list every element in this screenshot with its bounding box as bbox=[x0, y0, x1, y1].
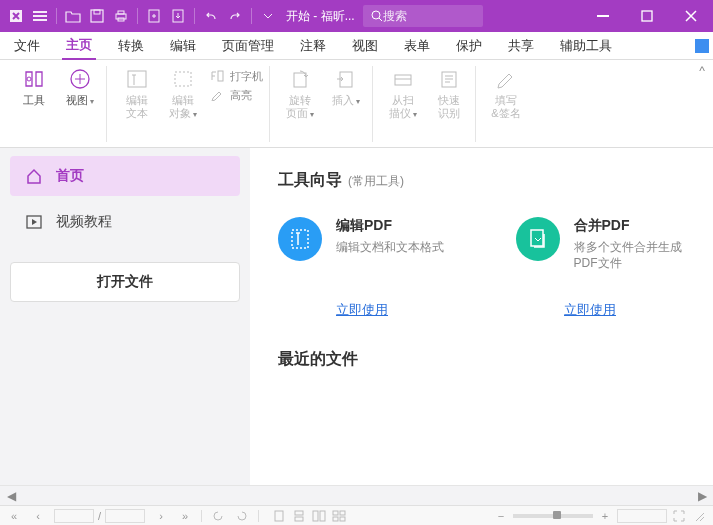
menu-home[interactable]: 主页 bbox=[62, 32, 96, 60]
open-icon[interactable] bbox=[63, 6, 83, 26]
maximize-button[interactable] bbox=[625, 0, 669, 32]
view-label: 视图 bbox=[66, 94, 94, 108]
menubar: 文件 主页 转换 编辑 页面管理 注释 视图 表单 保护 共享 辅助工具 bbox=[0, 32, 713, 60]
search-icon bbox=[371, 10, 383, 22]
edit-object-button[interactable]: 编辑 对象 bbox=[163, 66, 203, 121]
svg-rect-21 bbox=[395, 75, 411, 85]
svg-rect-34 bbox=[340, 517, 345, 521]
fullscreen-icon[interactable] bbox=[671, 508, 687, 524]
insert-button[interactable]: 插入 bbox=[326, 66, 366, 108]
rotate-page-button[interactable]: 旋转 页面 bbox=[280, 66, 320, 121]
close-button[interactable] bbox=[669, 0, 713, 32]
nav-last-icon[interactable]: » bbox=[177, 508, 193, 524]
open-file-button[interactable]: 打开文件 bbox=[10, 262, 240, 302]
search-input[interactable] bbox=[383, 9, 463, 23]
horizontal-scrollbar[interactable]: ◀ ▶ bbox=[0, 485, 713, 505]
zoom-in-icon[interactable]: + bbox=[597, 508, 613, 524]
minimize-button[interactable] bbox=[581, 0, 625, 32]
menu-accessibility[interactable]: 辅助工具 bbox=[556, 33, 616, 59]
tools-button[interactable]: 工具 bbox=[14, 66, 54, 107]
view-single-icon[interactable] bbox=[271, 508, 287, 524]
ribbon-group-edit: 编辑 文本 编辑 对象 打字机 高亮 bbox=[111, 66, 270, 142]
svg-rect-25 bbox=[531, 230, 543, 246]
menu-comment[interactable]: 注释 bbox=[296, 33, 330, 59]
menu-pageorg[interactable]: 页面管理 bbox=[218, 33, 278, 59]
ribbon-small-tools: 打字机 高亮 bbox=[209, 66, 263, 103]
svg-rect-26 bbox=[275, 511, 283, 521]
card-merge-title: 合并PDF bbox=[574, 217, 694, 235]
tools-label: 工具 bbox=[23, 94, 45, 107]
doc-add-icon[interactable] bbox=[144, 6, 164, 26]
sidebar-home-label: 首页 bbox=[56, 167, 84, 185]
recent-files-title: 最近的文件 bbox=[278, 349, 693, 370]
sidebar-item-home[interactable]: 首页 bbox=[10, 156, 240, 196]
menu-share[interactable]: 共享 bbox=[504, 33, 538, 59]
fill-sign-button[interactable]: 填写 &签名 bbox=[486, 66, 526, 120]
svg-point-14 bbox=[27, 77, 31, 81]
separator bbox=[137, 8, 138, 24]
view-facing-icon[interactable] bbox=[311, 508, 327, 524]
edit-text-label: 编辑 文本 bbox=[126, 94, 148, 120]
ribbon-group-page: 旋转 页面 插入 bbox=[274, 66, 373, 142]
view-modes bbox=[271, 508, 347, 524]
wizard-subtitle: (常用工具) bbox=[348, 173, 404, 190]
menu-more-icon[interactable] bbox=[695, 39, 709, 53]
edit-text-button[interactable]: 编辑 文本 bbox=[117, 66, 157, 120]
svg-rect-4 bbox=[91, 10, 103, 22]
merge-pdf-icon bbox=[516, 217, 560, 261]
app-logo-icon bbox=[6, 6, 26, 26]
sidebar-item-video[interactable]: 视频教程 bbox=[10, 202, 240, 242]
svg-rect-27 bbox=[295, 511, 303, 515]
menu-protect[interactable]: 保护 bbox=[452, 33, 486, 59]
ribbon-collapse-icon[interactable]: ^ bbox=[695, 64, 709, 78]
zoom-input[interactable] bbox=[617, 509, 667, 523]
ribbon-group-sign: 填写 &签名 bbox=[480, 66, 532, 142]
ribbon: ^ 工具 视图 编辑 文本 编辑 对象 打字机 高亮 旋转 页面 bbox=[0, 60, 713, 148]
redo-icon[interactable] bbox=[225, 6, 245, 26]
page-input[interactable] bbox=[54, 509, 94, 523]
resize-grip-icon[interactable] bbox=[691, 508, 707, 524]
print-icon[interactable] bbox=[111, 6, 131, 26]
menu-form[interactable]: 表单 bbox=[400, 33, 434, 59]
dropdown-icon[interactable] bbox=[258, 6, 278, 26]
window-title: 开始 - 福昕... bbox=[286, 8, 355, 25]
typewriter-button[interactable]: 打字机 bbox=[209, 68, 263, 84]
save-icon[interactable] bbox=[87, 6, 107, 26]
doc-export-icon[interactable] bbox=[168, 6, 188, 26]
zoom-out-icon[interactable]: − bbox=[493, 508, 509, 524]
use-now-link-merge[interactable]: 立即使用 bbox=[564, 301, 616, 319]
rotate-left-icon[interactable] bbox=[210, 508, 226, 524]
undo-icon[interactable] bbox=[201, 6, 221, 26]
menu-edit[interactable]: 编辑 bbox=[166, 33, 200, 59]
view-facing-cont-icon[interactable] bbox=[331, 508, 347, 524]
nav-prev-icon[interactable]: ‹ bbox=[30, 508, 46, 524]
home-icon bbox=[24, 166, 44, 186]
menu-icon[interactable] bbox=[30, 6, 50, 26]
rotate-page-label: 旋转 页面 bbox=[286, 94, 314, 121]
scroll-left-icon[interactable]: ◀ bbox=[4, 489, 18, 503]
rotate-right-icon[interactable] bbox=[234, 508, 250, 524]
card-merge-pdf[interactable]: 合并PDF 将多个文件合并生成PDF文件 bbox=[516, 217, 694, 271]
menu-view[interactable]: 视图 bbox=[348, 33, 382, 59]
open-file-label: 打开文件 bbox=[97, 273, 153, 291]
card-edit-desc: 编辑文档和文本格式 bbox=[336, 239, 444, 255]
menu-convert[interactable]: 转换 bbox=[114, 33, 148, 59]
nav-first-icon[interactable]: « bbox=[6, 508, 22, 524]
use-now-link-edit[interactable]: 立即使用 bbox=[336, 301, 388, 319]
scroll-right-icon[interactable]: ▶ bbox=[695, 489, 709, 503]
menu-file[interactable]: 文件 bbox=[10, 33, 44, 59]
nav-next-icon[interactable]: › bbox=[153, 508, 169, 524]
zoom-slider[interactable] bbox=[513, 514, 593, 518]
view-continuous-icon[interactable] bbox=[291, 508, 307, 524]
from-scanner-button[interactable]: 从扫 描仪 bbox=[383, 66, 423, 121]
view-button[interactable]: 视图 bbox=[60, 66, 100, 108]
highlight-button[interactable]: 高亮 bbox=[209, 87, 263, 103]
separator bbox=[258, 510, 259, 522]
card-edit-pdf[interactable]: 编辑PDF 编辑文档和文本格式 bbox=[278, 217, 456, 271]
quick-ocr-button[interactable]: 快速 识别 bbox=[429, 66, 469, 120]
svg-rect-32 bbox=[340, 511, 345, 515]
separator bbox=[251, 8, 252, 24]
search-box[interactable] bbox=[363, 5, 483, 27]
card-body: 合并PDF 将多个文件合并生成PDF文件 bbox=[574, 217, 694, 271]
main: 首页 视频教程 打开文件 工具向导 (常用工具) 编辑PDF 编辑文档和文本格式 bbox=[0, 148, 713, 485]
